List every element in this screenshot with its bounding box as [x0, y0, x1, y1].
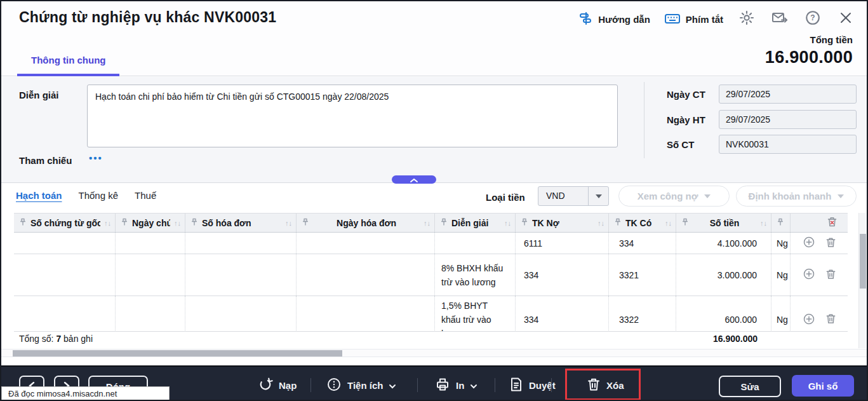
save-button[interactable]: Ghi sổ — [792, 375, 854, 397]
approve-button[interactable]: Duyệt — [509, 377, 556, 394]
column-header-object[interactable] — [771, 214, 791, 232]
cell[interactable]: Ng — [771, 254, 791, 296]
detail-tab-0[interactable]: Hạch toán — [16, 190, 62, 201]
cell[interactable]: 3321 — [609, 254, 676, 296]
sort-icon[interactable]: ↑↓ — [104, 219, 111, 227]
table-row[interactable]: 1,5% BHYT khấu trừ vào lương3343322600.0… — [14, 296, 848, 332]
column-header-2[interactable]: Số hóa đơn↑↓ — [185, 214, 297, 232]
table-row[interactable]: 61113344.100.000Ng — [14, 233, 848, 254]
column-header-6[interactable]: TK Có↑↓ — [609, 214, 676, 232]
column-header-1[interactable]: Ngày chứng↑↓ — [116, 214, 185, 232]
cell[interactable]: 1,5% BHYT khấu trừ vào lương — [435, 296, 516, 332]
cell[interactable]: 334 — [516, 296, 609, 332]
cell[interactable] — [14, 296, 116, 332]
cell[interactable] — [116, 296, 185, 332]
trash-x-icon — [827, 216, 838, 230]
column-header-3[interactable]: Ngày hóa đơn↑↓ — [297, 214, 435, 232]
detail-tab-1[interactable]: Thống kê — [79, 190, 119, 201]
delete-row-button[interactable] — [825, 313, 836, 327]
currency-select[interactable]: VND — [538, 186, 609, 206]
cell[interactable] — [435, 233, 516, 254]
pin-icon[interactable] — [777, 217, 784, 229]
doc-date-input[interactable]: 29/07/2025 — [719, 85, 857, 104]
sort-icon[interactable]: ↑↓ — [424, 219, 431, 227]
post-date-input[interactable]: 29/07/2025 — [719, 110, 857, 129]
sort-icon[interactable]: ↑↓ — [665, 219, 672, 227]
cell[interactable]: 3322 — [609, 296, 676, 332]
settings-button[interactable] — [737, 10, 756, 29]
reload-button[interactable]: Nạp — [258, 377, 297, 394]
pin-icon[interactable] — [19, 217, 27, 229]
horizontal-scrollbar[interactable] — [1, 349, 868, 357]
pin-icon[interactable] — [614, 217, 622, 229]
vertical-scrollbar-thumb[interactable] — [860, 234, 866, 289]
reference-more-button[interactable]: ••• — [89, 153, 103, 163]
total-amount-label: Tổng tiền — [765, 34, 853, 45]
column-header-7[interactable]: Số tiền↑↓ — [676, 214, 771, 232]
utilities-button[interactable]: Tiện ích — [326, 377, 396, 394]
detail-tab-2[interactable]: Thuế — [135, 190, 156, 201]
close-button[interactable] — [836, 10, 855, 29]
description-input[interactable]: Hạch toán chi phí bảo hiểm từ Chi tiền g… — [87, 85, 618, 147]
cell[interactable] — [185, 254, 297, 296]
record-count: Tổng số: 7 bản ghi — [19, 334, 93, 344]
delete-row-button[interactable] — [825, 236, 836, 250]
column-header-4[interactable]: Diễn giải↑↓ — [435, 214, 516, 232]
column-header-0[interactable]: Số chứng từ gốc↑↓ — [14, 214, 116, 232]
delete-row-button[interactable] — [825, 268, 836, 282]
cell[interactable]: 3.000.000 — [676, 254, 771, 296]
quick-entry-button[interactable]: Định khoản nhanh — [736, 186, 857, 207]
delete-all-rows-button[interactable] — [791, 214, 848, 232]
feedback-button[interactable] — [770, 10, 789, 29]
cell[interactable]: 600.000 — [676, 296, 771, 332]
cell[interactable]: Ng — [771, 296, 791, 332]
cell[interactable] — [116, 254, 185, 296]
add-row-button[interactable] — [803, 268, 815, 282]
cell[interactable] — [297, 296, 435, 332]
cell[interactable] — [185, 233, 297, 254]
edit-button[interactable]: Sửa — [719, 376, 781, 397]
cell[interactable] — [185, 296, 297, 332]
cell[interactable]: 6111 — [516, 233, 609, 254]
plus-circle-icon — [803, 236, 815, 250]
cell[interactable]: 334 — [609, 233, 676, 254]
printer-icon — [435, 377, 450, 394]
table-row[interactable]: 8% BHXH khấu trừ vào lương33433213.000.0… — [14, 254, 848, 296]
view-debt-button[interactable]: Xem công nợ — [618, 186, 730, 207]
add-row-button[interactable] — [803, 313, 815, 327]
add-row-button[interactable] — [803, 236, 815, 250]
doc-no-input[interactable]: NVK00031 — [719, 135, 857, 154]
collapse-form-button[interactable] — [392, 175, 436, 184]
sort-icon[interactable]: ↑↓ — [760, 219, 767, 227]
help-button[interactable]: ? — [803, 10, 822, 29]
cell[interactable] — [14, 233, 116, 254]
cell[interactable] — [297, 254, 435, 296]
cell[interactable]: 8% BHXH khấu trừ vào lương — [435, 254, 516, 296]
pin-icon[interactable] — [190, 217, 198, 229]
cell[interactable]: 4.100.000 — [676, 233, 771, 254]
sort-icon[interactable]: ↑↓ — [504, 219, 511, 227]
cell[interactable]: Ng — [771, 233, 791, 254]
pin-icon[interactable] — [302, 217, 309, 229]
guide-button[interactable]: Hướng dẫn — [578, 11, 650, 28]
cell[interactable] — [14, 254, 116, 296]
sort-icon[interactable]: ↑↓ — [598, 219, 604, 227]
vertical-scrollbar[interactable] — [858, 213, 866, 348]
pin-icon[interactable] — [121, 217, 128, 229]
print-button[interactable]: In — [435, 377, 477, 394]
cell[interactable]: 334 — [516, 254, 609, 296]
pin-icon[interactable] — [681, 217, 689, 229]
cell[interactable] — [116, 233, 185, 254]
tab-general-info[interactable]: Thông tin chung — [17, 55, 119, 76]
help-icon: ? — [805, 10, 821, 29]
shortcut-button[interactable]: Phím tắt — [664, 11, 723, 27]
delete-button[interactable]: Xóa — [587, 377, 624, 394]
horizontal-scrollbar-thumb[interactable] — [13, 350, 342, 357]
column-header-5[interactable]: TK Nợ↑↓ — [516, 214, 609, 232]
pin-icon[interactable] — [440, 217, 448, 229]
pin-icon[interactable] — [521, 217, 528, 229]
cell[interactable] — [297, 233, 435, 254]
chevron-down-icon — [389, 380, 396, 391]
sort-icon[interactable]: ↑↓ — [285, 219, 292, 227]
sort-icon[interactable]: ↑↓ — [174, 219, 181, 227]
